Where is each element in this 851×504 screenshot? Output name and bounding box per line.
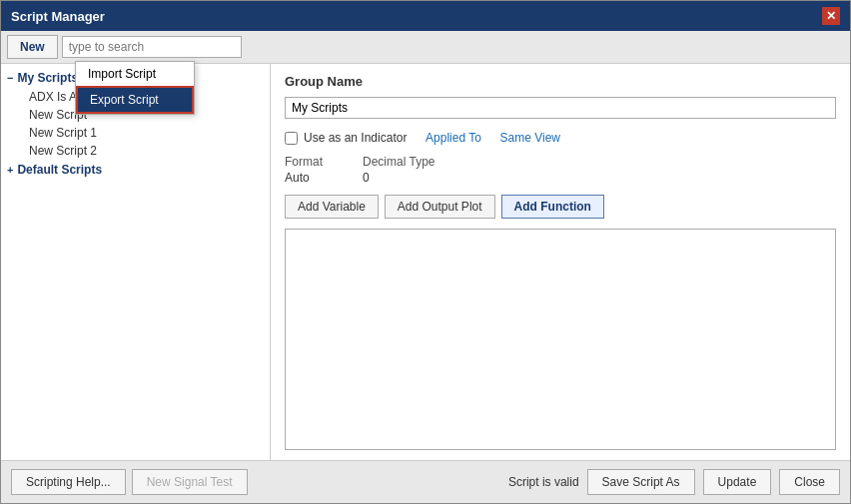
footer-left: Scripting Help... New Signal Test <box>11 469 248 495</box>
dialog-title: Script Manager <box>11 9 105 24</box>
toolbar: New Import Script Export Script <box>1 31 850 64</box>
search-input[interactable] <box>62 36 242 58</box>
tree-item-new-script-1[interactable]: New Script 1 <box>1 124 270 142</box>
title-bar: Script Manager ✕ <box>1 1 850 31</box>
applied-to-link[interactable]: Applied To <box>426 131 481 145</box>
close-button[interactable]: Close <box>779 469 840 495</box>
footer: Scripting Help... New Signal Test Script… <box>1 460 850 503</box>
group-name-label: Group Name <box>285 74 363 89</box>
decimal-type-col: Decimal Type 0 <box>363 155 434 185</box>
format-row: Format Auto Decimal Type 0 <box>285 155 836 185</box>
default-scripts-header[interactable]: + Default Scripts <box>1 160 270 180</box>
save-script-as-button[interactable]: Save Script As <box>587 469 695 495</box>
import-script-item[interactable]: Import Script <box>76 62 194 86</box>
script-manager-dialog: Script Manager ✕ New Import Script Expor… <box>0 0 851 504</box>
new-button[interactable]: New <box>7 35 58 59</box>
indicator-row: Use as an Indicator Applied To Same View <box>285 131 836 145</box>
tree-item-new-script-2[interactable]: New Script 2 <box>1 142 270 160</box>
default-scripts-label: Default Scripts <box>17 163 102 177</box>
indicator-label: Use as an Indicator <box>304 131 407 145</box>
format-value: Auto <box>285 171 323 185</box>
status-text: Script is valid <box>508 475 579 489</box>
same-view-link[interactable]: Same View <box>500 131 560 145</box>
new-signal-test-button[interactable]: New Signal Test <box>132 469 248 495</box>
right-panel: Group Name Use as an Indicator Applied T… <box>271 64 850 460</box>
add-output-plot-button[interactable]: Add Output Plot <box>385 195 495 219</box>
decimal-type-value: 0 <box>363 171 434 185</box>
update-button[interactable]: Update <box>703 469 772 495</box>
export-script-item[interactable]: Export Script <box>76 86 194 114</box>
format-label: Format <box>285 155 323 169</box>
my-scripts-toggle: − <box>7 72 13 84</box>
default-scripts-toggle: + <box>7 164 13 176</box>
add-function-button[interactable]: Add Function <box>501 195 604 219</box>
default-scripts-group: + Default Scripts <box>1 160 270 180</box>
left-panel: − My Scripts ADX Is Above 1 New Script N… <box>1 64 271 460</box>
group-name-row: Group Name <box>285 74 836 89</box>
scripting-help-button[interactable]: Scripting Help... <box>11 469 126 495</box>
close-x-button[interactable]: ✕ <box>822 7 840 25</box>
my-scripts-label: My Scripts <box>17 71 78 85</box>
main-content: − My Scripts ADX Is Above 1 New Script N… <box>1 64 850 460</box>
add-variable-button[interactable]: Add Variable <box>285 195 379 219</box>
indicator-checkbox[interactable] <box>285 132 298 145</box>
format-col: Format Auto <box>285 155 323 185</box>
group-name-input[interactable] <box>285 97 836 119</box>
footer-right: Script is valid Save Script As Update Cl… <box>508 469 840 495</box>
dropdown-menu: Import Script Export Script <box>75 61 195 115</box>
action-buttons: Add Variable Add Output Plot Add Functio… <box>285 195 836 219</box>
script-editor[interactable] <box>285 229 836 450</box>
decimal-type-label: Decimal Type <box>363 155 434 169</box>
